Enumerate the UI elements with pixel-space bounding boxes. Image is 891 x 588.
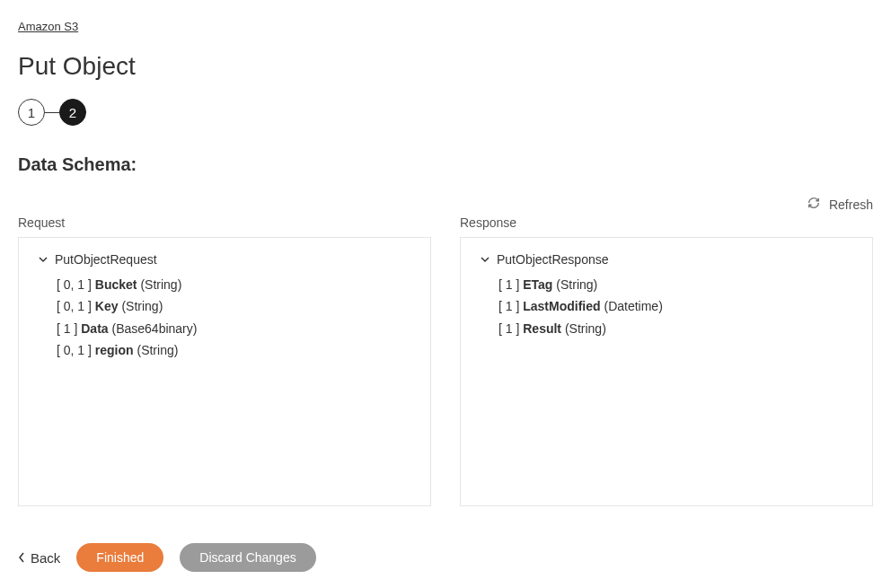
request-panel: PutObjectRequest [ 0, 1 ] Bucket (String… bbox=[18, 237, 431, 506]
refresh-icon bbox=[807, 197, 820, 212]
field-cardinality: [ 0, 1 ] bbox=[57, 343, 95, 357]
request-field[interactable]: [ 0, 1 ] region (String) bbox=[57, 339, 410, 361]
field-name: ETag bbox=[523, 277, 552, 292]
field-cardinality: [ 1 ] bbox=[57, 321, 81, 336]
refresh-button[interactable]: Refresh bbox=[807, 197, 873, 212]
request-field[interactable]: [ 0, 1 ] Key (String) bbox=[57, 295, 410, 317]
step-connector bbox=[45, 112, 59, 113]
request-field[interactable]: [ 1 ] Data (Base64binary) bbox=[57, 318, 410, 339]
field-type: (Datetime) bbox=[604, 299, 662, 313]
step-2[interactable]: 2 bbox=[59, 99, 86, 126]
back-button[interactable]: Back bbox=[18, 550, 60, 566]
response-root[interactable]: PutObjectResponse bbox=[481, 252, 852, 267]
field-type: (String) bbox=[556, 277, 597, 292]
refresh-label: Refresh bbox=[829, 197, 873, 212]
request-label: Request bbox=[18, 215, 431, 230]
field-type: (String) bbox=[565, 321, 606, 336]
step-1[interactable]: 1 bbox=[18, 99, 45, 126]
field-name: Bucket bbox=[95, 277, 137, 292]
request-root-name: PutObjectRequest bbox=[55, 252, 157, 267]
response-field[interactable]: [ 1 ] LastModified (Datetime) bbox=[498, 295, 852, 317]
response-root-name: PutObjectResponse bbox=[497, 252, 609, 267]
back-label: Back bbox=[31, 550, 60, 566]
response-label: Response bbox=[460, 215, 873, 230]
response-panel: PutObjectResponse [ 1 ] ETag (String)[ 1… bbox=[460, 237, 873, 506]
field-type: (String) bbox=[137, 343, 178, 357]
request-field[interactable]: [ 0, 1 ] Bucket (String) bbox=[57, 274, 410, 295]
stepper: 1 2 bbox=[18, 99, 873, 126]
response-field[interactable]: [ 1 ] Result (String) bbox=[498, 318, 852, 339]
request-root[interactable]: PutObjectRequest bbox=[39, 252, 410, 267]
field-name: Key bbox=[95, 299, 119, 313]
field-cardinality: [ 0, 1 ] bbox=[57, 299, 95, 313]
page-title: Put Object bbox=[18, 52, 873, 81]
field-type: (String) bbox=[121, 299, 163, 313]
field-type: (Base64binary) bbox=[111, 321, 197, 336]
section-title: Data Schema: bbox=[18, 154, 873, 175]
finished-button[interactable]: Finished bbox=[76, 543, 163, 572]
discard-changes-button[interactable]: Discard Changes bbox=[180, 543, 315, 572]
field-cardinality: [ 1 ] bbox=[498, 299, 523, 313]
field-cardinality: [ 1 ] bbox=[498, 321, 523, 336]
chevron-left-icon bbox=[18, 550, 25, 566]
field-name: Result bbox=[523, 321, 561, 336]
field-cardinality: [ 0, 1 ] bbox=[57, 277, 95, 292]
response-field[interactable]: [ 1 ] ETag (String) bbox=[498, 274, 852, 295]
field-cardinality: [ 1 ] bbox=[498, 277, 523, 292]
field-name: Data bbox=[81, 321, 108, 336]
field-name: LastModified bbox=[523, 299, 600, 313]
breadcrumb-link[interactable]: Amazon S3 bbox=[18, 20, 78, 33]
chevron-down-icon bbox=[481, 255, 490, 264]
chevron-down-icon bbox=[39, 255, 48, 264]
field-name: region bbox=[95, 343, 134, 357]
field-type: (String) bbox=[140, 277, 181, 292]
